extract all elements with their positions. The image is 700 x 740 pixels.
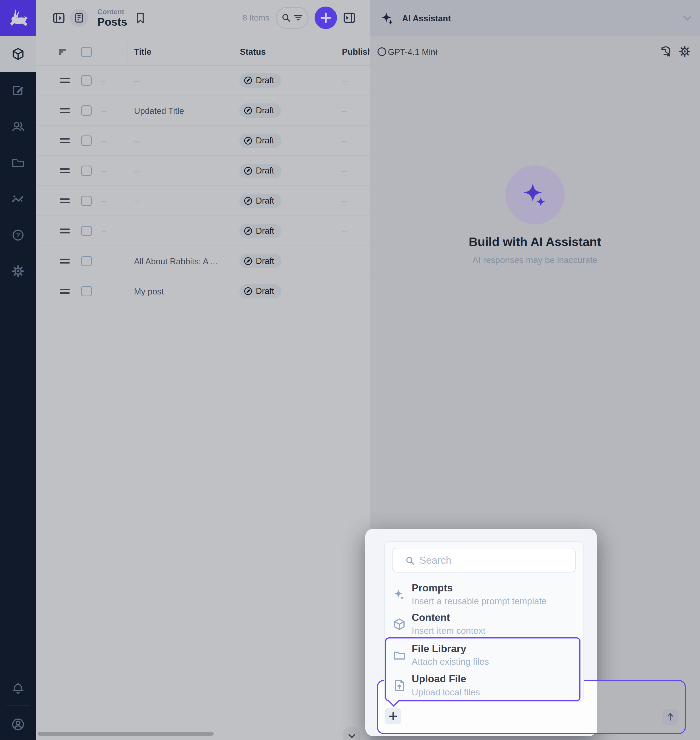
row-title[interactable]: -- [134,227,140,236]
drag-handle-icon[interactable] [60,138,70,143]
column-header-publish[interactable]: Publish [342,47,370,57]
select-all-checkbox[interactable] [81,47,92,57]
horizontal-scrollbar[interactable] [38,732,214,736]
status-badge-label: Draft [256,136,274,146]
menu-item-content[interactable]: Content [412,612,450,624]
app-window: ? [0,0,700,740]
filter-icon[interactable] [292,12,304,24]
status-badge: Draft [239,254,281,268]
model-chevron-icon[interactable] [431,47,440,57]
clear-history-icon[interactable] [659,44,672,58]
account-button[interactable] [0,706,36,740]
content-area: Content Posts 8 Items Title Status Publi… [36,0,370,740]
drag-handle-icon[interactable] [60,259,70,264]
table-row[interactable]: -- -- Draft -- [36,216,370,246]
project-logo[interactable] [0,0,36,36]
row-title[interactable]: My post [134,287,164,297]
table-row[interactable]: -- -- Draft -- [36,65,370,96]
drag-handle-icon[interactable] [60,168,70,173]
table-row[interactable]: -- -- Draft -- [36,156,370,186]
attach-plus-button[interactable] [385,708,401,724]
table-row[interactable]: -- Updated Title Draft -- [36,96,370,125]
collapse-chevron-icon[interactable] [680,11,694,25]
ai-settings-gear-icon[interactable] [678,44,691,58]
menu-item-prompts[interactable]: Prompts [412,582,453,594]
file-library-folder-icon [393,649,406,662]
open-nav-icon[interactable] [50,9,68,27]
status-badge-label: Draft [256,196,274,206]
sidebar-item-insights[interactable] [0,181,36,217]
search-icon[interactable] [280,12,292,24]
status-badge-label: Draft [256,106,274,115]
drag-handle-icon[interactable] [60,108,70,113]
drag-handle-icon[interactable] [60,289,70,293]
table-row[interactable]: -- All About Rabbits: A ... Draft -- [36,246,370,276]
row-publish-value: -- [341,257,347,266]
column-header-title[interactable]: Title [134,47,151,57]
table-row[interactable]: -- -- Draft -- [36,186,370,216]
breadcrumb[interactable]: Content [97,8,124,16]
row-checkbox[interactable] [81,226,92,236]
notifications-button[interactable] [0,670,36,706]
row-checkbox[interactable] [81,75,92,85]
row-sort-value: -- [101,106,107,115]
ai-panel-header[interactable]: AI Assistant [370,0,700,36]
row-checkbox[interactable] [81,286,92,296]
row-title[interactable]: Updated Title [134,106,184,116]
sidebar-item-file-library[interactable] [0,145,36,181]
sidebar-item-help[interactable] [0,217,36,253]
menu-item-content-subtitle: Insert item context [412,626,485,636]
column-header-status[interactable]: Status [240,47,266,57]
status-badge-label: Draft [256,286,274,296]
status-badge: Draft [239,134,281,148]
page-title: Posts [97,16,127,28]
sparkle-icon [521,181,549,209]
scroll-down-button[interactable] [343,727,361,740]
menu-item-file-library[interactable]: File Library [412,643,466,655]
attach-search-field[interactable] [392,548,576,572]
row-publish-value: -- [341,287,347,296]
row-publish-value: -- [341,227,347,236]
row-title[interactable]: -- [134,76,140,86]
row-checkbox[interactable] [81,256,92,266]
row-checkbox[interactable] [81,136,92,146]
sort-icon[interactable] [56,46,69,59]
status-badge-label: Draft [256,226,274,236]
model-selector[interactable]: GPT-4.1 Mini [388,47,437,57]
search-filter-button[interactable] [276,7,309,29]
sidebar-item-users[interactable] [0,109,36,145]
open-right-panel-icon[interactable] [341,9,358,27]
openai-logo-icon [376,46,388,58]
row-checkbox[interactable] [81,105,92,116]
row-checkbox[interactable] [81,196,92,206]
bookmark-icon[interactable] [132,9,149,27]
table-row[interactable]: -- My post Draft -- [36,276,370,306]
status-badge: Draft [239,194,281,208]
column-divider [335,43,335,61]
menu-item-upload-file[interactable]: Upload File [412,673,466,685]
drag-handle-icon[interactable] [60,198,70,203]
row-checkbox[interactable] [81,165,92,176]
row-sort-value: -- [101,196,107,206]
add-item-button[interactable] [315,7,337,29]
column-divider [232,43,232,61]
search-input[interactable] [419,551,568,570]
row-title[interactable]: -- [134,136,140,146]
items-count: 8 Items [243,13,269,22]
table-row[interactable]: -- -- Draft -- [36,125,370,156]
row-title[interactable]: All About Rabbits: A ... [134,257,218,267]
plus-icon [387,710,399,722]
sidebar-item-content[interactable] [0,36,36,72]
arrow-up-icon [665,711,676,722]
collection-note-button[interactable] [70,9,88,27]
row-title[interactable]: -- [134,196,140,206]
drag-handle-icon[interactable] [60,228,70,233]
send-button[interactable] [662,709,678,725]
row-title[interactable]: -- [134,167,140,176]
row-publish-value: -- [341,196,347,206]
sidebar-item-settings[interactable] [0,253,36,289]
drag-handle-icon[interactable] [60,78,70,83]
draft-pencil-icon [243,136,253,146]
status-badge: Draft [239,73,281,88]
sidebar-item-editor[interactable] [0,72,36,109]
